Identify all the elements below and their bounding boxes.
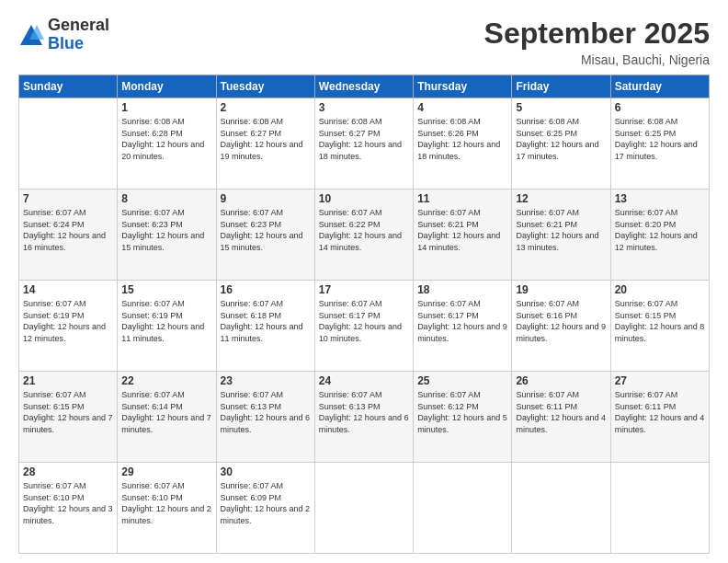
day-info: Sunrise: 6:07 AMSunset: 6:16 PMDaylight:… xyxy=(516,298,606,344)
day-number: 3 xyxy=(319,101,409,114)
logo-blue-text: Blue xyxy=(48,35,109,53)
day-number: 7 xyxy=(23,192,113,205)
table-row: 1 Sunrise: 6:08 AMSunset: 6:28 PMDayligh… xyxy=(118,98,216,190)
table-row: 7 Sunrise: 6:07 AMSunset: 6:24 PMDayligh… xyxy=(19,190,118,281)
table-row: 27 Sunrise: 6:07 AMSunset: 6:11 PMDaylig… xyxy=(610,372,709,463)
calendar-header-row: Sunday Monday Tuesday Wednesday Thursday… xyxy=(19,75,710,98)
table-row: 29 Sunrise: 6:07 AMSunset: 6:10 PMDaylig… xyxy=(118,463,216,554)
day-info: Sunrise: 6:07 AMSunset: 6:21 PMDaylight:… xyxy=(417,207,507,253)
table-row: 8 Sunrise: 6:07 AMSunset: 6:23 PMDayligh… xyxy=(118,190,216,281)
page: General Blue September 2025 Misau, Bauch… xyxy=(0,0,728,563)
day-number: 30 xyxy=(221,465,311,478)
day-info: Sunrise: 6:07 AMSunset: 6:14 PMDaylight:… xyxy=(121,389,211,435)
day-number: 2 xyxy=(221,101,311,114)
day-info: Sunrise: 6:07 AMSunset: 6:10 PMDaylight:… xyxy=(23,480,113,526)
col-friday: Friday xyxy=(512,75,610,98)
table-row xyxy=(414,463,512,554)
table-row: 30 Sunrise: 6:07 AMSunset: 6:09 PMDaylig… xyxy=(216,463,314,554)
day-number: 18 xyxy=(417,283,507,296)
day-info: Sunrise: 6:07 AMSunset: 6:13 PMDaylight:… xyxy=(319,389,409,435)
day-info: Sunrise: 6:07 AMSunset: 6:10 PMDaylight:… xyxy=(121,480,211,526)
day-info: Sunrise: 6:07 AMSunset: 6:24 PMDaylight:… xyxy=(23,207,113,253)
day-info: Sunrise: 6:07 AMSunset: 6:11 PMDaylight:… xyxy=(615,389,705,435)
table-row: 13 Sunrise: 6:07 AMSunset: 6:20 PMDaylig… xyxy=(610,190,709,281)
day-info: Sunrise: 6:08 AMSunset: 6:27 PMDaylight:… xyxy=(319,116,409,162)
calendar: Sunday Monday Tuesday Wednesday Thursday… xyxy=(18,75,710,554)
day-info: Sunrise: 6:07 AMSunset: 6:13 PMDaylight:… xyxy=(221,389,311,435)
day-info: Sunrise: 6:07 AMSunset: 6:09 PMDaylight:… xyxy=(221,480,311,526)
day-info: Sunrise: 6:07 AMSunset: 6:17 PMDaylight:… xyxy=(417,298,507,344)
day-info: Sunrise: 6:07 AMSunset: 6:23 PMDaylight:… xyxy=(221,207,311,253)
day-number: 13 xyxy=(615,192,705,205)
table-row: 21 Sunrise: 6:07 AMSunset: 6:15 PMDaylig… xyxy=(19,372,118,463)
day-info: Sunrise: 6:08 AMSunset: 6:25 PMDaylight:… xyxy=(516,116,606,162)
day-info: Sunrise: 6:07 AMSunset: 6:15 PMDaylight:… xyxy=(615,298,705,344)
day-number: 28 xyxy=(23,465,113,478)
table-row: 24 Sunrise: 6:07 AMSunset: 6:13 PMDaylig… xyxy=(314,372,413,463)
table-row: 18 Sunrise: 6:07 AMSunset: 6:17 PMDaylig… xyxy=(414,281,512,372)
day-info: Sunrise: 6:07 AMSunset: 6:11 PMDaylight:… xyxy=(516,389,606,435)
col-tuesday: Tuesday xyxy=(216,75,314,98)
logo-general-text: General xyxy=(48,17,109,35)
table-row: 22 Sunrise: 6:07 AMSunset: 6:14 PMDaylig… xyxy=(118,372,216,463)
table-row: 2 Sunrise: 6:08 AMSunset: 6:27 PMDayligh… xyxy=(216,98,314,190)
day-info: Sunrise: 6:07 AMSunset: 6:12 PMDaylight:… xyxy=(417,389,507,435)
table-row: 17 Sunrise: 6:07 AMSunset: 6:17 PMDaylig… xyxy=(314,281,413,372)
table-row xyxy=(610,463,709,554)
day-number: 15 xyxy=(121,283,211,296)
calendar-row: 21 Sunrise: 6:07 AMSunset: 6:15 PMDaylig… xyxy=(19,372,710,463)
day-number: 17 xyxy=(319,283,409,296)
day-info: Sunrise: 6:08 AMSunset: 6:26 PMDaylight:… xyxy=(417,116,507,162)
day-info: Sunrise: 6:07 AMSunset: 6:15 PMDaylight:… xyxy=(23,389,113,435)
day-info: Sunrise: 6:08 AMSunset: 6:25 PMDaylight:… xyxy=(615,116,705,162)
day-number: 14 xyxy=(23,283,113,296)
table-row: 26 Sunrise: 6:07 AMSunset: 6:11 PMDaylig… xyxy=(512,372,610,463)
col-monday: Monday xyxy=(118,75,216,98)
table-row: 5 Sunrise: 6:08 AMSunset: 6:25 PMDayligh… xyxy=(512,98,610,190)
table-row: 15 Sunrise: 6:07 AMSunset: 6:19 PMDaylig… xyxy=(118,281,216,372)
day-number: 19 xyxy=(516,283,606,296)
logo-text: General Blue xyxy=(48,17,109,53)
table-row: 6 Sunrise: 6:08 AMSunset: 6:25 PMDayligh… xyxy=(610,98,709,190)
table-row: 10 Sunrise: 6:07 AMSunset: 6:22 PMDaylig… xyxy=(314,190,413,281)
table-row: 20 Sunrise: 6:07 AMSunset: 6:15 PMDaylig… xyxy=(610,281,709,372)
day-number: 21 xyxy=(23,374,113,387)
day-info: Sunrise: 6:07 AMSunset: 6:21 PMDaylight:… xyxy=(516,207,606,253)
col-sunday: Sunday xyxy=(19,75,118,98)
day-number: 5 xyxy=(516,101,606,114)
table-row: 16 Sunrise: 6:07 AMSunset: 6:18 PMDaylig… xyxy=(216,281,314,372)
day-info: Sunrise: 6:07 AMSunset: 6:19 PMDaylight:… xyxy=(23,298,113,344)
col-thursday: Thursday xyxy=(414,75,512,98)
day-info: Sunrise: 6:07 AMSunset: 6:20 PMDaylight:… xyxy=(615,207,705,253)
table-row: 12 Sunrise: 6:07 AMSunset: 6:21 PMDaylig… xyxy=(512,190,610,281)
col-wednesday: Wednesday xyxy=(314,75,413,98)
day-number: 8 xyxy=(121,192,211,205)
day-number: 20 xyxy=(615,283,705,296)
table-row: 14 Sunrise: 6:07 AMSunset: 6:19 PMDaylig… xyxy=(19,281,118,372)
table-row: 28 Sunrise: 6:07 AMSunset: 6:10 PMDaylig… xyxy=(19,463,118,554)
title-block: September 2025 Misau, Bauchi, Nigeria xyxy=(484,17,710,67)
col-saturday: Saturday xyxy=(610,75,709,98)
day-number: 23 xyxy=(221,374,311,387)
day-number: 27 xyxy=(615,374,705,387)
day-number: 4 xyxy=(417,101,507,114)
day-number: 29 xyxy=(121,465,211,478)
day-number: 26 xyxy=(516,374,606,387)
header: General Blue September 2025 Misau, Bauch… xyxy=(18,17,710,67)
table-row xyxy=(19,98,118,190)
table-row xyxy=(512,463,610,554)
table-row xyxy=(314,463,413,554)
day-info: Sunrise: 6:08 AMSunset: 6:27 PMDaylight:… xyxy=(221,116,311,162)
day-number: 6 xyxy=(615,101,705,114)
table-row: 23 Sunrise: 6:07 AMSunset: 6:13 PMDaylig… xyxy=(216,372,314,463)
month-title: September 2025 xyxy=(484,17,710,51)
day-number: 12 xyxy=(516,192,606,205)
table-row: 19 Sunrise: 6:07 AMSunset: 6:16 PMDaylig… xyxy=(512,281,610,372)
logo-icon xyxy=(18,23,44,49)
calendar-row: 14 Sunrise: 6:07 AMSunset: 6:19 PMDaylig… xyxy=(19,281,710,372)
day-info: Sunrise: 6:07 AMSunset: 6:19 PMDaylight:… xyxy=(121,298,211,344)
calendar-row: 28 Sunrise: 6:07 AMSunset: 6:10 PMDaylig… xyxy=(19,463,710,554)
day-info: Sunrise: 6:07 AMSunset: 6:22 PMDaylight:… xyxy=(319,207,409,253)
table-row: 25 Sunrise: 6:07 AMSunset: 6:12 PMDaylig… xyxy=(414,372,512,463)
day-number: 25 xyxy=(417,374,507,387)
